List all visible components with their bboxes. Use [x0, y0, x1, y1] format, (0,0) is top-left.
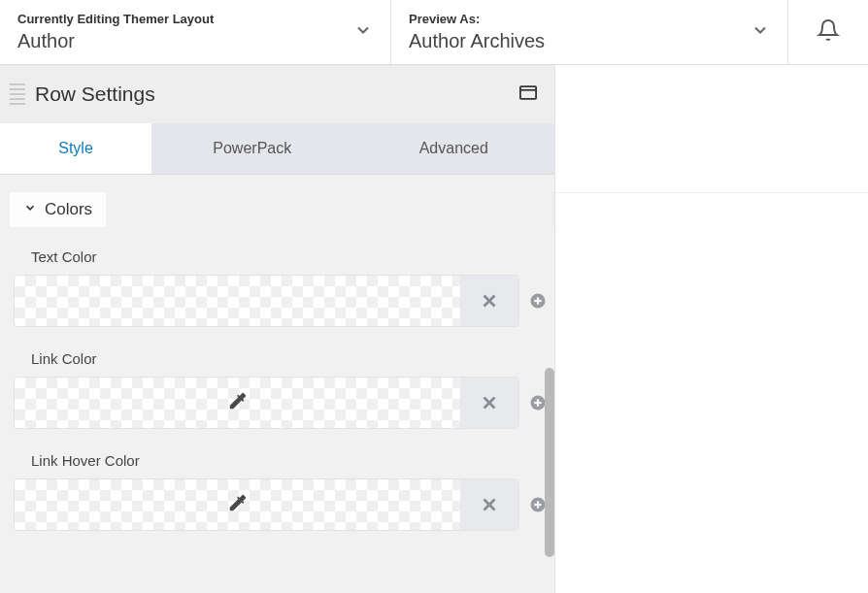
preview-as-selector[interactable]: Preview As: Author Archives	[391, 0, 788, 64]
eyedropper-icon	[227, 492, 249, 517]
chevron-down-icon	[353, 20, 373, 44]
panel-title: Row Settings	[35, 82, 519, 106]
responsive-device-icon[interactable]	[519, 85, 537, 104]
field-link-color: Link Color	[14, 350, 547, 429]
tab-powerpack[interactable]: PowerPack	[151, 123, 353, 174]
preview-value: Author Archives	[409, 30, 545, 52]
panel-tabs: Style PowerPack Advanced	[0, 123, 554, 175]
clear-color-button[interactable]	[460, 479, 518, 530]
chevron-down-icon	[23, 200, 37, 219]
link-color-label: Link Color	[31, 350, 547, 367]
tab-style[interactable]: Style	[0, 123, 151, 174]
link-hover-color-label: Link Hover Color	[31, 452, 547, 469]
preview-label: Preview As:	[409, 12, 545, 26]
drag-grip-icon[interactable]	[10, 83, 25, 105]
field-text-color: Text Color	[14, 248, 547, 327]
section-toggle-colors[interactable]: Colors	[10, 192, 106, 227]
transparent-swatch	[15, 378, 460, 428]
editing-value: Author	[17, 30, 214, 52]
transparent-swatch	[15, 276, 460, 326]
clear-color-button[interactable]	[460, 276, 518, 326]
tab-advanced[interactable]: Advanced	[353, 123, 555, 174]
bell-icon	[817, 18, 840, 46]
svg-rect-0	[520, 86, 536, 99]
connect-button[interactable]	[529, 292, 547, 310]
chevron-down-icon	[751, 20, 770, 44]
panel-header: Row Settings	[0, 65, 554, 123]
section-colors: Colors Text Color	[0, 175, 554, 531]
eyedropper-icon	[227, 390, 249, 415]
transparent-swatch	[15, 479, 460, 530]
settings-panel: Row Settings Style PowerPack Advanced Co…	[0, 65, 555, 593]
text-color-label: Text Color	[31, 248, 547, 265]
top-bar: Currently Editing Themer Layout Author P…	[0, 0, 868, 65]
field-link-hover-color: Link Hover Color	[14, 452, 547, 531]
notifications-button[interactable]	[788, 0, 868, 64]
link-hover-color-input[interactable]	[14, 478, 519, 531]
text-color-input[interactable]	[14, 275, 519, 327]
editing-layout-selector[interactable]: Currently Editing Themer Layout Author	[0, 0, 391, 64]
section-title: Colors	[45, 200, 92, 219]
link-color-input[interactable]	[14, 377, 519, 429]
scrollbar-thumb[interactable]	[545, 368, 554, 557]
divider	[555, 192, 868, 193]
editing-label: Currently Editing Themer Layout	[17, 12, 214, 26]
clear-color-button[interactable]	[460, 378, 518, 428]
